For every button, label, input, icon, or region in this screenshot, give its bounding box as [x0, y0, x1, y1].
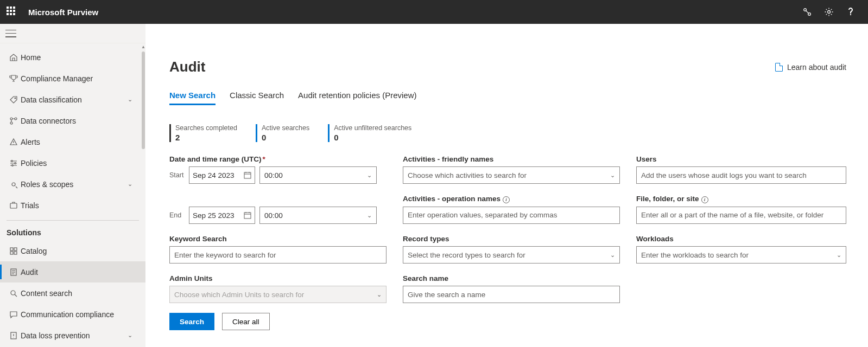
grid-icon [7, 247, 21, 255]
svg-point-2 [828, 11, 831, 14]
end-sublabel: End [169, 211, 185, 219]
sidebar-item-policies[interactable]: Policies [0, 152, 145, 174]
start-time-picker[interactable]: 00:00 ⌄ [259, 166, 377, 184]
search-stats: Searches completed 2 Active searches 0 A… [169, 124, 846, 142]
field-workloads: Workloads Enter the workloads to search … [636, 235, 846, 264]
connections-icon[interactable] [796, 0, 818, 24]
svg-point-9 [12, 164, 14, 166]
field-activities-friendly: Activities - friendly names Choose which… [403, 155, 620, 184]
field-file-folder-site: File, folder, or sitei [636, 195, 846, 224]
activities-operation-input[interactable] [403, 207, 620, 224]
sidebar-item-communication-compliance[interactable]: Communication compliance [0, 304, 145, 325]
field-users: Users [636, 155, 846, 184]
admin-units-select[interactable]: Choose which Admin Units to search for ⌄ [169, 286, 387, 303]
sidebar-item-data-loss-prevention[interactable]: Data loss prevention ⌄ [0, 325, 145, 346]
calendar-icon [244, 211, 251, 219]
field-search-name: Search name [403, 274, 620, 303]
users-input[interactable] [636, 166, 846, 184]
sidebar-item-home[interactable]: Home [0, 47, 145, 68]
sidebar-item-compliance-manager[interactable]: Compliance Manager [0, 68, 145, 89]
help-icon[interactable] [840, 0, 861, 24]
svg-point-7 [11, 160, 13, 162]
svg-point-3 [15, 98, 16, 99]
workloads-select[interactable]: Enter the workloads to search for ⌄ [636, 246, 846, 264]
sidebar-solutions-heading: Solutions [0, 223, 145, 240]
sidebar-item-trials[interactable]: Trials [0, 195, 145, 216]
settings-icon[interactable] [818, 0, 840, 24]
sidebar-scrollbar[interactable]: ▲ [141, 43, 145, 347]
svg-point-5 [15, 118, 17, 120]
sidebar-item-label: Data classification [21, 95, 82, 104]
clear-all-button[interactable]: Clear all [222, 313, 270, 330]
start-date-picker[interactable]: Sep 24 2023 [189, 166, 255, 184]
hamburger-icon[interactable] [5, 30, 16, 37]
chevron-down-icon: ⌄ [367, 172, 372, 179]
sidebar-item-audit[interactable]: Audit [0, 261, 145, 282]
tab-new-search[interactable]: New Search [169, 87, 216, 105]
field-admin-units: Admin Units Choose which Admin Units to … [169, 274, 387, 303]
svg-rect-11 [10, 203, 17, 208]
scrollbar-thumb[interactable] [142, 52, 145, 149]
svg-point-4 [10, 118, 12, 120]
sidebar-item-content-search[interactable]: Content search [0, 282, 145, 304]
tag-icon [7, 95, 21, 104]
end-time-picker[interactable]: 00:00 ⌄ [259, 207, 377, 224]
chevron-down-icon: ⌄ [837, 252, 841, 259]
top-bar: Microsoft Purview [0, 0, 868, 24]
sidebar-item-label: Compliance Manager [21, 74, 93, 83]
svg-point-8 [15, 162, 16, 164]
record-types-select[interactable]: Select the record types to search for ⌄ [403, 246, 620, 264]
search-icon [7, 289, 21, 298]
svg-point-6 [10, 122, 12, 124]
chevron-down-icon: ⌄ [128, 332, 132, 339]
stat-searches-completed: Searches completed 2 [169, 124, 237, 142]
required-indicator: * [263, 155, 265, 163]
sidebar: Home Compliance Manager Data classificat… [0, 43, 145, 347]
sidebar-item-data-classification[interactable]: Data classification ⌄ [0, 89, 145, 110]
learn-about-audit-link[interactable]: Learn about audit [775, 63, 846, 72]
info-icon[interactable]: i [701, 196, 708, 203]
stat-active-searches: Active searches 0 [256, 124, 309, 142]
scroll-up-icon: ▲ [141, 43, 145, 50]
svg-rect-20 [244, 213, 251, 219]
tab-classic-search[interactable]: Classic Search [230, 87, 284, 105]
field-keyword: Keyword Search [169, 235, 387, 264]
activities-friendly-select[interactable]: Choose which activities to search for ⌄ [403, 166, 620, 184]
sidebar-item-label: Communication compliance [21, 310, 114, 319]
sidebar-item-roles-scopes[interactable]: Roles & scopes ⌄ [0, 174, 145, 195]
field-record-types: Record types Select the record types to … [403, 235, 620, 264]
end-date-picker[interactable]: Sep 25 2023 [189, 207, 255, 224]
search-button[interactable]: Search [169, 313, 214, 330]
sidebar-item-label: Home [21, 53, 41, 62]
sidebar-item-label: Content search [21, 289, 72, 298]
learn-link-label: Learn about audit [787, 63, 846, 72]
sidebar-item-label: Data loss prevention [21, 331, 90, 340]
chevron-down-icon: ⌄ [128, 181, 132, 188]
info-icon[interactable]: i [503, 196, 510, 203]
tabs: New Search Classic Search Audit retentio… [169, 87, 846, 106]
sidebar-item-label: Alerts [21, 138, 40, 146]
page-title: Audit [169, 59, 205, 75]
field-date-range: Date and time range (UTC)* Start Sep 24 … [169, 155, 387, 184]
search-name-input[interactable] [403, 286, 620, 303]
sidebar-item-catalog[interactable]: Catalog [0, 240, 145, 261]
svg-rect-12 [10, 248, 13, 250]
sidebar-item-label: Audit [21, 268, 38, 277]
field-end-date: End Sep 25 2023 00:00 ⌄ [169, 195, 387, 224]
trophy-icon [7, 74, 21, 83]
sliders-icon [7, 159, 21, 168]
svg-rect-15 [14, 252, 17, 254]
document-icon [775, 63, 783, 72]
keyword-input[interactable] [169, 246, 387, 264]
app-launcher-icon[interactable] [7, 7, 17, 17]
sidebar-item-alerts[interactable]: Alerts [0, 131, 145, 152]
sidebar-item-label: Catalog [21, 247, 47, 255]
stat-active-unfiltered-searches: Active unfiltered searches 0 [328, 124, 411, 142]
tab-audit-retention-policies[interactable]: Audit retention policies (Preview) [298, 87, 416, 105]
file-folder-site-input[interactable] [636, 207, 846, 224]
hamburger-bar [0, 24, 145, 43]
sidebar-item-data-connectors[interactable]: Data connectors [0, 110, 145, 131]
start-sublabel: Start [169, 171, 185, 179]
main-content: Audit Learn about audit New Search Class… [145, 43, 868, 347]
sidebar-item-label: Roles & scopes [21, 180, 73, 189]
